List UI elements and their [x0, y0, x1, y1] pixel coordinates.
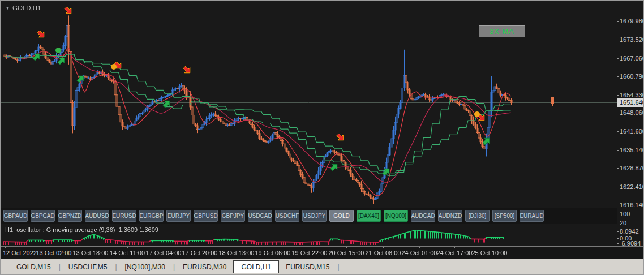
oscillator-tick-mark [617, 231, 619, 232]
time-tick-label: 19 Oct 22:00 [292, 250, 328, 256]
chart-symbol-label: GOLD,H1 [12, 5, 41, 11]
orange-dot-signal-icon [111, 64, 117, 70]
symbol-button-gbpaud[interactable]: GBPAUD [3, 210, 28, 222]
chart-tab-gold-m15[interactable]: GOLD,M15 [13, 259, 54, 274]
time-tick-mark [273, 247, 273, 248]
time-tick-label: 13 Oct 02:00 [36, 250, 72, 256]
sub-scale-label: 20 [620, 220, 626, 226]
symbol-button-audnzd[interactable]: AUDNZD [438, 210, 462, 222]
symbol-button-eurjpy[interactable]: EURJPY [166, 210, 191, 222]
buy-signal-arrow-icon [162, 98, 172, 111]
time-tick-label: 17 Oct 20:00 [182, 250, 218, 256]
symbol-button-eurgbp[interactable]: EURGBP [139, 210, 164, 222]
symbol-button-bar: GBPAUDGBPCADGBPNZDAUDUSDEURUSDEURGBPEURJ… [1, 208, 617, 224]
time-tick-mark [454, 247, 455, 248]
buy-signal-arrow-icon [329, 162, 340, 174]
symbol-button-euraud[interactable]: EURAUD [520, 210, 544, 222]
time-tick-label: 24 Oct 17:00 [437, 250, 473, 256]
price-tick-label: 1673.520 [620, 36, 644, 43]
time-tick-mark [419, 247, 420, 248]
price-tick-label: 1616.140 [620, 201, 644, 208]
price-tick-mark [617, 187, 619, 187]
sell-signal-arrow-icon [336, 132, 346, 145]
time-tick-mark [127, 247, 128, 248]
symbol-button-eurusd[interactable]: EURUSD [112, 210, 136, 222]
chart-tab-bar: GOLD,M15|USDCHF,M5|[NQ100],M30|EURUSD,M3… [1, 259, 643, 274]
price-tick-mark [617, 205, 619, 205]
chevron-down-icon: ▼ [6, 6, 10, 10]
terminal-window: ▼ GOLD,H1 3X MA 1679.9801673.5201667.060… [0, 0, 644, 275]
chart-symbol-dropdown[interactable]: ▼ GOLD,H1 [6, 5, 41, 11]
price-tick-label: 1667.060 [620, 55, 644, 62]
price-tick-label: 1635.140 [620, 147, 644, 153]
buy-signal-arrow-icon [381, 166, 392, 179]
time-tick-mark [54, 247, 54, 248]
symbol-button-gbpjpy[interactable]: GBPJPY [221, 210, 245, 222]
price-axis[interactable]: 1679.9801673.5201667.0601660.7901654.330… [617, 1, 644, 259]
time-tick-label: 14 Oct 11:00 [110, 250, 145, 256]
price-tick-label: 1654.330 [620, 92, 644, 98]
symbol-button-usdcad[interactable]: USDCAD [248, 210, 272, 222]
orange-dot-signal-icon [474, 111, 480, 117]
panel-splitter-top[interactable] [1, 207, 643, 207]
time-tick-label: 24 Oct 01:00 [402, 250, 437, 256]
price-tick-mark [617, 113, 619, 113]
green-dot-signal-icon [55, 48, 61, 53]
price-tick-mark [617, 76, 619, 77]
time-tick-label: 12 Oct 2022 [3, 250, 37, 256]
time-tick-mark [237, 247, 237, 248]
symbol-button-gold[interactable]: GOLD [329, 210, 354, 222]
symbol-button-sp500[interactable]: [SP500] [492, 210, 517, 222]
chart-tab-eurusd-m30[interactable]: EURUSD,M30 [179, 259, 230, 274]
buy-signal-arrow-icon [32, 51, 42, 64]
chart-tab-eurusd-m15[interactable]: EURUSD,M15 [282, 259, 333, 274]
tab-separator: | [169, 263, 179, 271]
price-tick-mark [617, 21, 619, 22]
symbol-button-gbpusd[interactable]: GBPUSD [194, 210, 218, 222]
sell-signal-arrow-icon [63, 6, 74, 18]
panel-splitter-osc-a[interactable] [1, 224, 643, 224]
3x-ma-overlay-button[interactable]: 3X MA [479, 25, 525, 37]
chart-tab-gold-h1[interactable]: GOLD,H1 [233, 260, 279, 273]
price-tick-mark [617, 58, 619, 59]
symbol-button-gbpnzd[interactable]: GBPNZD [58, 210, 82, 222]
price-tick-label: 1648.060 [620, 109, 644, 116]
current-price-badge: 1651.640 [617, 98, 644, 107]
time-tick-mark [200, 247, 200, 248]
symbol-button-nq100[interactable]: [NQ100] [384, 210, 408, 222]
tab-separator: | [110, 263, 121, 271]
time-tick-mark [164, 247, 164, 248]
chart-tab--nq100--m30[interactable]: [NQ100],M30 [122, 259, 169, 274]
oscillator-tick-mark [617, 243, 619, 244]
price-tick-label: 1622.410 [620, 183, 644, 190]
symbol-button-audcad[interactable]: AUDCAD [411, 210, 435, 222]
tab-separator: | [54, 263, 65, 271]
time-tick-mark [383, 247, 384, 248]
sell-signal-arrow-icon [182, 65, 192, 78]
price-tick-label: 1641.600 [620, 128, 644, 135]
symbol-button-usdjpy[interactable]: USDJPY [302, 210, 327, 222]
time-tick-label: 18 Oct 13:00 [219, 250, 255, 256]
symbol-button-usdchf[interactable]: USDCHF [275, 210, 299, 222]
price-tick-label: 1628.870 [620, 165, 644, 171]
time-tick-label: 20 Oct 15:00 [329, 250, 364, 256]
oscillator-header: H1 oscillator : G moving average (9,36) … [5, 226, 158, 233]
oscillator-tick-label: 8.0942 [620, 228, 639, 235]
chart-tab-usdchf-m5[interactable]: USDCHF,M5 [65, 259, 111, 274]
time-tick-label: 19 Oct 06:00 [255, 250, 291, 256]
time-tick-label: 13 Oct 18:00 [73, 250, 109, 256]
oscillator-tick-mark [617, 238, 619, 239]
tab-separator: | [333, 263, 344, 271]
price-tick-label: 1679.980 [620, 18, 644, 24]
time-tick-mark [5, 247, 6, 248]
time-axis[interactable]: 12 Oct 202213 Oct 02:0013 Oct 18:0014 Oc… [1, 246, 643, 259]
symbol-button-dax40[interactable]: [DAX40] [357, 210, 381, 222]
symbol-button-dji30[interactable]: [DJI30] [465, 210, 490, 222]
symbol-button-gbpcad[interactable]: GBPCAD [31, 210, 55, 222]
time-tick-label: 25 Oct 10:00 [472, 250, 508, 256]
panel-splitter-osc-b [1, 225, 643, 225]
time-tick-mark [91, 247, 91, 248]
symbol-button-audusd[interactable]: AUDUSD [85, 210, 109, 222]
buy-signal-arrow-icon [76, 74, 86, 86]
price-tick-label: 1660.790 [620, 73, 644, 80]
